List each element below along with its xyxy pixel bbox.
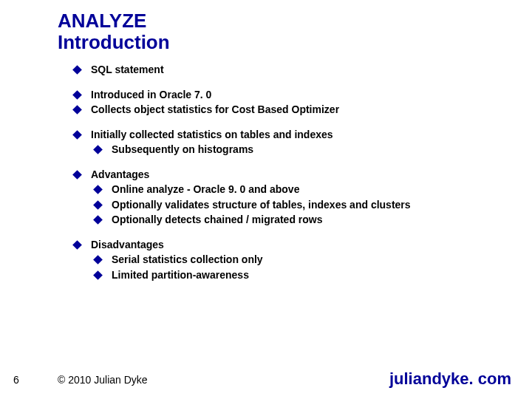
- diamond-bullet-icon: [93, 200, 103, 210]
- list-item: Advantages: [74, 168, 502, 182]
- sub-list-item: Serial statistics collection only: [95, 253, 502, 267]
- sub-list-item-text: Serial statistics collection only: [112, 253, 263, 267]
- sub-list-item-text: Subsequently on histograms: [112, 143, 253, 157]
- sub-list-item: Optionally detects chained / migrated ro…: [95, 214, 502, 227]
- site-name: juliandyke. com: [389, 369, 511, 389]
- diamond-bullet-icon: [93, 145, 103, 154]
- diamond-bullet-icon: [72, 105, 82, 115]
- diamond-bullet-icon: [93, 185, 103, 194]
- bullet-group: AdvantagesOnline analyze - Oracle 9. 0 a…: [74, 168, 502, 227]
- list-item-text: SQL statement: [91, 64, 164, 77]
- diamond-bullet-icon: [72, 170, 82, 180]
- list-item-text: Collects object statistics for Cost Base…: [91, 103, 339, 117]
- copyright: © 2010 Julian Dyke: [58, 374, 148, 386]
- page-number: 6: [13, 374, 19, 386]
- title-line-1: ANALYZE: [58, 10, 170, 32]
- list-item: Disadvantages: [74, 239, 502, 252]
- sub-list-item: Optionally validates structure of tables…: [95, 199, 502, 212]
- list-item-text: Disadvantages: [91, 239, 164, 252]
- sub-list-item: Subsequently on histograms: [95, 143, 502, 157]
- title-line-2: Introduction: [58, 32, 170, 53]
- bullet-group: Introduced in Oracle 7. 0Collects object…: [74, 89, 502, 117]
- slide-title: ANALYZE Introduction: [58, 10, 170, 52]
- diamond-bullet-icon: [93, 270, 103, 280]
- sub-list-item-text: Optionally detects chained / migrated ro…: [112, 214, 323, 227]
- diamond-bullet-icon: [72, 65, 82, 75]
- list-item-text: Advantages: [91, 168, 149, 182]
- sub-list-item: Online analyze - Oracle 9. 0 and above: [95, 183, 502, 197]
- diamond-bullet-icon: [93, 215, 103, 225]
- diamond-bullet-icon: [72, 130, 82, 140]
- bullet-group: DisadvantagesSerial statistics collectio…: [74, 239, 502, 282]
- sub-list-item-text: Limited partition-awareness: [112, 269, 249, 282]
- list-item: Introduced in Oracle 7. 0: [74, 89, 502, 102]
- diamond-bullet-icon: [93, 255, 103, 265]
- slide: ANALYZE Introduction SQL statementIntrod…: [0, 0, 532, 399]
- list-item-text: Introduced in Oracle 7. 0: [91, 89, 211, 102]
- list-item: Initially collected statistics on tables…: [74, 129, 502, 142]
- sub-list-item-text: Online analyze - Oracle 9. 0 and above: [112, 183, 299, 197]
- sub-list-item: Limited partition-awareness: [95, 269, 502, 282]
- bullet-group: SQL statement: [74, 64, 502, 77]
- bullet-group: Initially collected statistics on tables…: [74, 129, 502, 157]
- list-item-text: Initially collected statistics on tables…: [91, 129, 333, 142]
- sub-list-item-text: Optionally validates structure of tables…: [112, 199, 411, 212]
- list-item: SQL statement: [74, 64, 502, 77]
- diamond-bullet-icon: [72, 90, 82, 100]
- list-item: Collects object statistics for Cost Base…: [74, 103, 502, 117]
- diamond-bullet-icon: [72, 240, 82, 250]
- slide-content: SQL statementIntroduced in Oracle 7. 0Co…: [74, 64, 502, 293]
